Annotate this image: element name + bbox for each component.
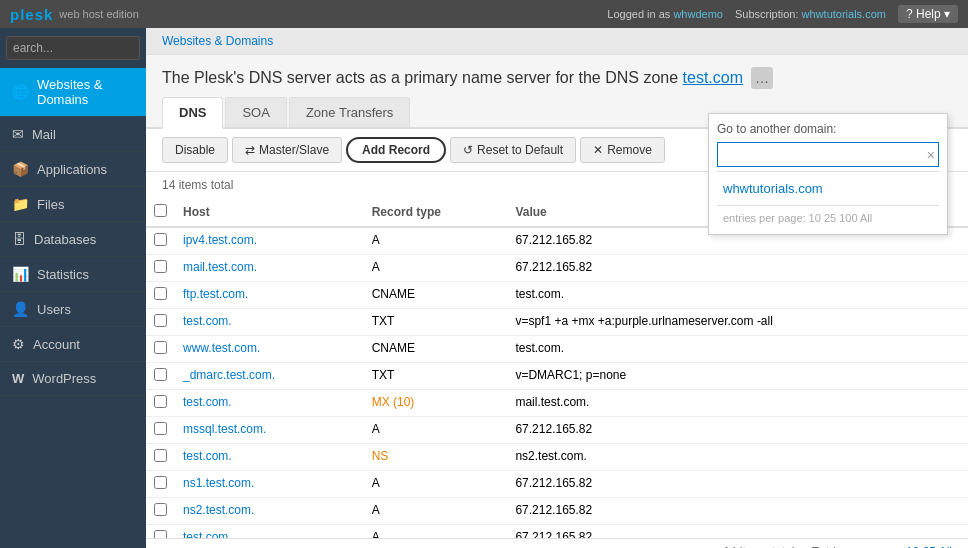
record-type: TXT bbox=[364, 309, 508, 336]
host-link[interactable]: ns1.test.com. bbox=[183, 476, 254, 490]
record-type: A bbox=[364, 525, 508, 539]
logged-in-label: Logged in as whwdemo bbox=[607, 8, 723, 20]
table-row: _dmarc.test.com.TXTv=DMARC1; p=none bbox=[146, 363, 968, 390]
record-value: 67.212.165.82 bbox=[507, 417, 968, 444]
sidebar-item-account[interactable]: ⚙ Account bbox=[0, 327, 146, 362]
row-checkbox[interactable] bbox=[154, 314, 167, 327]
sidebar-item-users[interactable]: 👤 Users bbox=[0, 292, 146, 327]
tab-zone-transfers[interactable]: Zone Transfers bbox=[289, 97, 410, 127]
main-layout: 🌐 Websites & Domains ✉ Mail 📦 Applicatio… bbox=[0, 28, 968, 548]
master-slave-icon: ⇄ bbox=[245, 143, 255, 157]
host-link[interactable]: ipv4.test.com. bbox=[183, 233, 257, 247]
record-value: 67.212.165.82 bbox=[507, 525, 968, 539]
sidebar-label-account: Account bbox=[33, 337, 80, 352]
breadcrumb-link[interactable]: Websites & Domains bbox=[162, 34, 273, 48]
add-record-button[interactable]: Add Record bbox=[346, 137, 446, 163]
row-checkbox[interactable] bbox=[154, 449, 167, 462]
plesk-logo: plesk bbox=[10, 6, 53, 23]
domain-link[interactable]: test.com bbox=[683, 69, 743, 86]
host-link[interactable]: _dmarc.test.com. bbox=[183, 368, 275, 382]
table-row: test.com.TXTv=spf1 +a +mx +a:purple.urln… bbox=[146, 309, 968, 336]
help-button[interactable]: ? Help ▾ bbox=[898, 5, 958, 23]
table-row: ns1.test.com.A67.212.165.82 bbox=[146, 471, 968, 498]
dns-table-wrapper: Host Record type Value ipv4.test.com.A67… bbox=[146, 198, 968, 538]
sidebar-label-websites-domains: Websites & Domains bbox=[37, 77, 134, 107]
subscription-domain: whwtutorials.com bbox=[802, 8, 886, 20]
sidebar-label-users: Users bbox=[37, 302, 71, 317]
domain-search-input[interactable] bbox=[717, 142, 939, 167]
row-checkbox[interactable] bbox=[154, 287, 167, 300]
row-checkbox[interactable] bbox=[154, 233, 167, 246]
applications-icon: 📦 bbox=[12, 161, 29, 177]
host-link[interactable]: test.com. bbox=[183, 449, 232, 463]
record-type: CNAME bbox=[364, 336, 508, 363]
sidebar-search-wrapper bbox=[0, 28, 146, 68]
record-type: A bbox=[364, 471, 508, 498]
record-value: 67.212.165.82 bbox=[507, 498, 968, 525]
disable-button[interactable]: Disable bbox=[162, 137, 228, 163]
host-link[interactable]: ftp.test.com. bbox=[183, 287, 248, 301]
host-link[interactable]: test.com. bbox=[183, 314, 232, 328]
record-type: CNAME bbox=[364, 282, 508, 309]
sidebar-item-mail[interactable]: ✉ Mail bbox=[0, 117, 146, 152]
host-link[interactable]: test.com. bbox=[183, 395, 232, 409]
sidebar-label-applications: Applications bbox=[37, 162, 107, 177]
topbar-left: plesk web host edition bbox=[10, 6, 139, 23]
sidebar-label-databases: Databases bbox=[34, 232, 96, 247]
sidebar-item-applications[interactable]: 📦 Applications bbox=[0, 152, 146, 187]
help-icon: ? bbox=[906, 7, 913, 21]
select-all-checkbox[interactable] bbox=[154, 204, 167, 217]
domain-search-wrapper: × bbox=[717, 142, 939, 167]
record-type: A bbox=[364, 255, 508, 282]
content-area: Websites & Domains The Plesk's DNS serve… bbox=[146, 28, 968, 548]
statistics-icon: 📊 bbox=[12, 266, 29, 282]
topbar-edition: web host edition bbox=[59, 8, 139, 20]
reset-icon: ↺ bbox=[463, 143, 473, 157]
master-slave-button[interactable]: ⇄ Master/Slave bbox=[232, 137, 342, 163]
host-link[interactable]: ns2.test.com. bbox=[183, 503, 254, 517]
host-link[interactable]: test.com. bbox=[183, 530, 232, 538]
host-link[interactable]: mail.test.com. bbox=[183, 260, 257, 274]
remove-icon: ✕ bbox=[593, 143, 603, 157]
record-type: NS bbox=[364, 444, 508, 471]
files-icon: 📁 bbox=[12, 196, 29, 212]
sidebar-label-wordpress: WordPress bbox=[32, 371, 96, 386]
sidebar-item-websites-domains[interactable]: 🌐 Websites & Domains bbox=[0, 68, 146, 117]
row-checkbox[interactable] bbox=[154, 260, 167, 273]
table-row: www.test.com.CNAMEtest.com. bbox=[146, 336, 968, 363]
row-checkbox[interactable] bbox=[154, 368, 167, 381]
sidebar-item-statistics[interactable]: 📊 Statistics bbox=[0, 257, 146, 292]
sidebar: 🌐 Websites & Domains ✉ Mail 📦 Applicatio… bbox=[0, 28, 146, 548]
row-checkbox[interactable] bbox=[154, 341, 167, 354]
record-type: A bbox=[364, 417, 508, 444]
search-input[interactable] bbox=[6, 36, 140, 60]
host-link[interactable]: mssql.test.com. bbox=[183, 422, 266, 436]
row-checkbox[interactable] bbox=[154, 476, 167, 489]
tab-soa[interactable]: SOA bbox=[225, 97, 286, 127]
table-row: mail.test.com.A67.212.165.82 bbox=[146, 255, 968, 282]
row-checkbox[interactable] bbox=[154, 503, 167, 516]
remove-button[interactable]: ✕ Remove bbox=[580, 137, 665, 163]
table-row: mssql.test.com.A67.212.165.82 bbox=[146, 417, 968, 444]
table-row: ftp.test.com.CNAMEtest.com. bbox=[146, 282, 968, 309]
sidebar-item-databases[interactable]: 🗄 Databases bbox=[0, 222, 146, 257]
record-type: MX (10) bbox=[364, 390, 508, 417]
topbar-right: Logged in as whwdemo Subscription: whwtu… bbox=[607, 5, 958, 23]
account-icon: ⚙ bbox=[12, 336, 25, 352]
record-type: A bbox=[364, 227, 508, 255]
dropdown-separator-2 bbox=[717, 205, 939, 206]
clear-domain-input-button[interactable]: × bbox=[927, 147, 935, 163]
domain-suggestion-item[interactable]: whwtutorials.com bbox=[717, 176, 939, 201]
record-value: ns2.test.com. bbox=[507, 444, 968, 471]
host-link[interactable]: www.test.com. bbox=[183, 341, 260, 355]
record-type: A bbox=[364, 498, 508, 525]
sidebar-item-files[interactable]: 📁 Files bbox=[0, 187, 146, 222]
sidebar-item-wordpress[interactable]: W WordPress bbox=[0, 362, 146, 396]
more-options-button[interactable]: … bbox=[751, 67, 773, 89]
record-value: v=DMARC1; p=none bbox=[507, 363, 968, 390]
tab-dns[interactable]: DNS bbox=[162, 97, 223, 129]
row-checkbox[interactable] bbox=[154, 530, 167, 538]
row-checkbox[interactable] bbox=[154, 395, 167, 408]
reset-to-default-button[interactable]: ↺ Reset to Default bbox=[450, 137, 576, 163]
row-checkbox[interactable] bbox=[154, 422, 167, 435]
